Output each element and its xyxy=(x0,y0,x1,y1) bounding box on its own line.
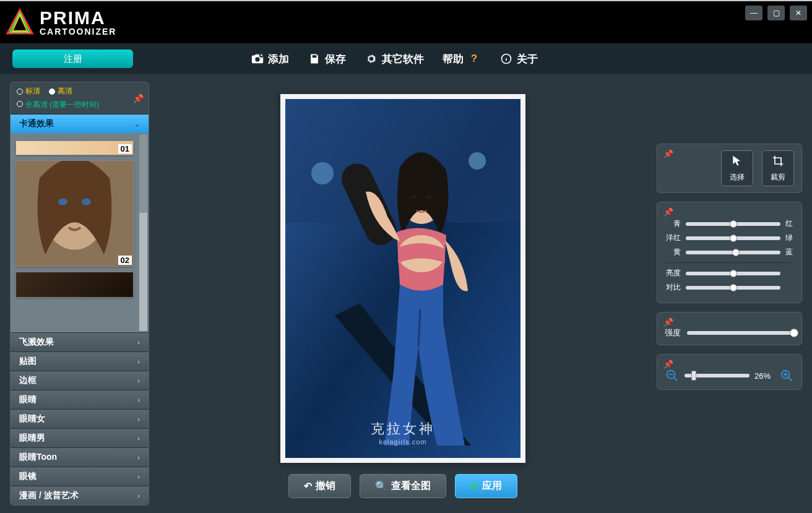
other-software-button[interactable]: 其它软件 xyxy=(365,52,424,66)
accordion-eyes[interactable]: 眼睛› xyxy=(11,390,149,409)
add-label: 添加 xyxy=(268,52,289,66)
chevron-right-icon: › xyxy=(137,415,140,423)
minimize-button[interactable]: — xyxy=(745,6,762,20)
window-controls: — ▢ ✕ xyxy=(745,6,807,20)
quality-sd-radio[interactable]: 标清 xyxy=(17,86,40,97)
slider-thumb[interactable] xyxy=(730,220,737,228)
zoom-slider[interactable] xyxy=(685,374,749,377)
divider xyxy=(665,262,794,263)
contrast-slider[interactable]: 对比 xyxy=(665,282,794,293)
quality-options: 标清 高清 全高清 (需要一些时间) 📌 xyxy=(11,82,149,114)
save-button[interactable]: 保存 xyxy=(308,52,346,66)
accordion-label: 卡通效果 xyxy=(19,118,54,129)
accordion-eyes-toon[interactable]: 眼睛Toon› xyxy=(11,447,149,467)
pin-icon[interactable]: 📌 xyxy=(663,207,797,217)
accordion-eyes-male[interactable]: 眼睛男› xyxy=(11,428,149,447)
brightness-slider[interactable]: 亮度 xyxy=(665,268,794,278)
zoom-value: 26% xyxy=(754,371,774,381)
effect-item[interactable] xyxy=(15,272,134,298)
app-logo: PRIMA CARTOONIZER xyxy=(5,7,116,37)
effect-id-label: 01 xyxy=(118,144,132,153)
slider-track[interactable] xyxy=(686,286,780,290)
logo-sub-text: CARTOONIZER xyxy=(40,27,116,36)
quality-fullhd-radio[interactable]: 全高清 (需要一些时间) xyxy=(17,98,142,110)
watermark-sub: kelagirls.com xyxy=(371,438,435,446)
cyan-red-slider[interactable]: 青 红 xyxy=(665,218,794,229)
slider-track[interactable] xyxy=(686,272,780,275)
about-button[interactable]: 关于 xyxy=(499,52,538,66)
quality-hd-radio[interactable]: 高清 xyxy=(49,86,72,97)
close-button[interactable]: ✕ xyxy=(790,6,807,20)
effect-item[interactable]: 01 xyxy=(15,140,134,155)
preview-image[interactable]: 克拉女神 kelagirls.com xyxy=(285,99,520,458)
accordion-splash[interactable]: 飞溅效果› xyxy=(11,332,149,351)
yellow-blue-slider[interactable]: 黄 蓝 xyxy=(665,247,794,257)
camera-plus-icon: + xyxy=(251,52,264,66)
intensity-slider[interactable] xyxy=(687,331,794,335)
maximize-button[interactable]: ▢ xyxy=(767,6,785,20)
canvas-area: 克拉女神 kelagirls.com ↶ 撤销 🔍 查看全图 ✔ 应用 xyxy=(159,82,647,506)
effect-thumbnail xyxy=(16,272,133,297)
chevron-right-icon: › xyxy=(137,492,140,499)
about-label: 关于 xyxy=(517,52,538,66)
radio-checked-icon xyxy=(49,88,55,95)
right-panels: 📌 选择 裁剪 📌 青 xyxy=(657,144,802,506)
tools-panel: 📌 选择 裁剪 xyxy=(657,144,802,193)
check-icon: ✔ xyxy=(470,480,478,492)
svg-point-16 xyxy=(469,152,486,170)
help-icon: ? xyxy=(467,52,481,66)
scrollbar-thumb[interactable] xyxy=(139,134,147,213)
zoom-in-button[interactable] xyxy=(779,368,794,383)
help-button[interactable]: 帮助 ? xyxy=(443,52,481,66)
slider-thumb[interactable] xyxy=(730,284,737,291)
logo-triangle-icon xyxy=(5,7,35,37)
main-toolbar: 注册 + 添加 保存 其它软件 帮助 ? 关于 xyxy=(0,43,812,74)
slider-thumb[interactable] xyxy=(730,235,737,242)
chevron-right-icon: › xyxy=(137,396,140,403)
chevron-right-icon: › xyxy=(137,377,140,384)
svg-point-10 xyxy=(58,198,67,205)
accordion-cartoon-effects[interactable]: 卡通效果 ⌄ xyxy=(11,114,149,133)
slider-thumb[interactable] xyxy=(790,329,798,337)
effect-id-label: 02 xyxy=(118,256,132,265)
radio-icon xyxy=(17,88,23,95)
undo-label: 撤销 xyxy=(316,480,335,493)
chevron-right-icon: › xyxy=(137,434,140,442)
slider-track[interactable] xyxy=(686,222,780,226)
slider-thumb[interactable] xyxy=(730,270,737,277)
slider-thumb[interactable] xyxy=(732,249,740,256)
magenta-green-slider[interactable]: 洋红 绿 xyxy=(665,233,794,243)
pin-icon[interactable]: 📌 xyxy=(133,93,144,103)
accordion-popart[interactable]: 漫画 / 波普艺术› xyxy=(11,486,149,505)
chevron-right-icon: › xyxy=(137,338,140,346)
pin-icon[interactable]: 📌 xyxy=(663,360,797,369)
logo-primary-text: PRIMA xyxy=(40,9,116,27)
intensity-panel: 📌 强度 xyxy=(657,312,802,345)
pin-icon[interactable]: 📌 xyxy=(663,317,797,327)
hd-label: 高清 xyxy=(58,86,72,97)
accordion-glasses[interactable]: 眼镜› xyxy=(11,467,149,486)
view-full-button[interactable]: 🔍 查看全图 xyxy=(360,474,446,498)
chevron-right-icon: › xyxy=(137,473,140,480)
radio-icon xyxy=(17,101,23,107)
other-label: 其它软件 xyxy=(382,52,424,66)
select-label: 选择 xyxy=(730,172,745,183)
fullhd-label: 全高清 (需要一些时间) xyxy=(25,100,99,110)
view-full-label: 查看全图 xyxy=(391,480,431,493)
slider-thumb[interactable] xyxy=(691,371,696,381)
accordion-frames[interactable]: 边框› xyxy=(11,371,149,390)
accordion-stickers[interactable]: 贴图› xyxy=(11,351,149,371)
save-icon xyxy=(308,52,321,66)
add-button[interactable]: + 添加 xyxy=(251,52,289,66)
slider-track[interactable] xyxy=(686,251,780,254)
apply-button[interactable]: ✔ 应用 xyxy=(455,474,517,498)
slider-track[interactable] xyxy=(686,236,780,240)
accordion-eyes-female[interactable]: 眼睛女› xyxy=(11,409,149,428)
undo-button[interactable]: ↶ 撤销 xyxy=(288,474,351,498)
scrollbar[interactable] xyxy=(139,134,147,331)
register-button[interactable]: 注册 xyxy=(12,50,133,68)
zoom-out-button[interactable] xyxy=(665,368,680,383)
crop-label: 裁剪 xyxy=(771,172,785,183)
pin-icon[interactable]: 📌 xyxy=(663,149,797,158)
effect-item[interactable]: 02 xyxy=(15,160,134,267)
